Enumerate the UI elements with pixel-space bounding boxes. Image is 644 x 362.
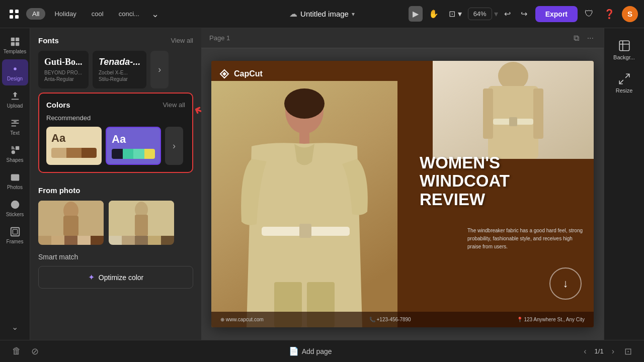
- prev-page-btn[interactable]: ‹: [580, 345, 590, 358]
- bottom-bar: 🗑 ⊘ 📄 Add page ‹ 1/1 › ⊡: [0, 340, 644, 362]
- tag-filter-group: All Holiday cool conci... ⌄: [26, 8, 162, 21]
- title-chevron-icon[interactable]: ▾: [352, 11, 355, 18]
- optimize-icon: ✦: [88, 273, 95, 282]
- user-avatar[interactable]: S: [622, 6, 638, 22]
- photo-palette-card-1[interactable]: [109, 201, 174, 245]
- sidebar-item-shapes[interactable]: Shapes: [2, 141, 28, 167]
- canvas-copy-icon[interactable]: ⧉: [572, 32, 581, 45]
- headline-text: WOMEN'S WINDCOATREVIEW: [420, 154, 586, 209]
- left-panel: Fonts View all Guti-Bo... BEYOND PRO... …: [30, 28, 201, 340]
- sidebar-collapse-btn[interactable]: ⌄: [8, 318, 22, 336]
- model-image: [211, 81, 397, 327]
- background-icon: [618, 39, 631, 52]
- zoom-btn[interactable]: 64%: [468, 8, 492, 20]
- right-panel-resize[interactable]: Resize: [607, 67, 641, 99]
- hand-tool-btn[interactable]: ✋: [425, 6, 443, 22]
- svg-point-19: [11, 201, 19, 209]
- document-title[interactable]: Untitled image: [300, 10, 349, 18]
- canvas-scroll[interactable]: CapCut WOMEN'S WINDCOATREVIEW The windbr…: [201, 48, 604, 340]
- svg-rect-13: [11, 126, 16, 127]
- bottom-trash-btn[interactable]: ⊘: [29, 344, 41, 359]
- colors-view-all[interactable]: View all: [163, 101, 185, 109]
- svg-rect-7: [15, 42, 19, 46]
- tag-holiday[interactable]: Holiday: [48, 8, 82, 20]
- svg-point-21: [16, 203, 17, 204]
- photo-palette-cards: [38, 201, 193, 245]
- bottom-right-nav: ‹ 1/1 › ⊡: [580, 344, 634, 359]
- photo-palette-card-0[interactable]: [38, 201, 104, 245]
- main-area: Templates Design Upload Text Shapes Phot…: [0, 28, 644, 340]
- sidebar-item-label: Frames: [7, 239, 24, 244]
- footer-bar: ⊕ www.capcut.com 📞 +123-456-7890 📍 123 A…: [211, 312, 594, 327]
- svg-rect-9: [11, 99, 19, 100]
- from-photo-title: From photo: [38, 186, 80, 195]
- shield-icon-btn[interactable]: 🛡: [582, 6, 597, 22]
- canvas-frame: CapCut WOMEN'S WINDCOATREVIEW The windbr…: [211, 61, 594, 327]
- sidebar-item-templates[interactable]: Templates: [2, 32, 28, 58]
- tag-cool[interactable]: cool: [86, 8, 110, 20]
- svg-rect-0: [10, 10, 13, 13]
- right-panel: Backgr... Resize: [604, 28, 644, 340]
- svg-rect-10: [11, 120, 19, 121]
- svg-rect-29: [135, 215, 148, 236]
- bottom-center-actions: 📄 Add page: [283, 343, 338, 359]
- next-page-btn[interactable]: ›: [608, 345, 618, 358]
- sidebar-item-upload[interactable]: Upload: [2, 86, 28, 113]
- svg-point-20: [13, 203, 14, 204]
- body-text: The windbreaker fabric has a good hard f…: [467, 227, 586, 251]
- svg-rect-12: [11, 123, 19, 124]
- fonts-view-all[interactable]: View all: [171, 37, 193, 44]
- export-button[interactable]: Export: [535, 6, 578, 22]
- sidebar-item-text[interactable]: Text: [2, 114, 28, 140]
- redo-btn[interactable]: ↪: [517, 6, 531, 22]
- palettes-more-btn[interactable]: ›: [165, 127, 183, 165]
- resize-icon: [618, 72, 631, 85]
- cloud-icon: ☁: [289, 9, 297, 19]
- document-title-area: ☁ Untitled image ▾: [289, 9, 355, 19]
- add-page-btn[interactable]: 📄 Add page: [283, 343, 338, 359]
- footer-website: ⊕ www.capcut.com: [220, 317, 264, 322]
- svg-point-8: [14, 67, 17, 70]
- tag-conci[interactable]: conci...: [113, 8, 145, 20]
- sidebar-item-stickers[interactable]: Stickers: [2, 195, 28, 221]
- svg-rect-4: [11, 38, 14, 41]
- tag-all[interactable]: All: [26, 8, 45, 20]
- add-page-icon: 📄: [289, 346, 299, 356]
- smart-match-title: Smart match: [38, 253, 193, 261]
- svg-rect-3: [15, 15, 19, 19]
- svg-point-39: [284, 88, 325, 119]
- fonts-more-btn[interactable]: ›: [150, 51, 169, 88]
- palette-colors-0: [51, 148, 97, 158]
- right-panel-background[interactable]: Backgr...: [607, 34, 641, 65]
- palette-card-1[interactable]: Aa: [106, 127, 161, 165]
- font-sub-1: Zocbel X-E... Stilu-Regular: [99, 69, 140, 82]
- font-card-1[interactable]: Tenada-... Zocbel X-E... Stilu-Regular: [93, 51, 146, 88]
- palette-colors-1: [112, 149, 155, 159]
- font-card-0[interactable]: Guti-Bo... BEYOND PRO... Anta-Regular: [38, 51, 89, 88]
- lock-btn[interactable]: ⊡: [622, 344, 634, 359]
- page-indicator: 1/1: [595, 347, 604, 355]
- right-panel-background-label: Backgr...: [613, 54, 635, 60]
- select-tool-btn[interactable]: ▶: [409, 6, 423, 22]
- sidebar-item-label: Text: [10, 130, 19, 136]
- svg-rect-26: [63, 216, 78, 236]
- sidebar-item-photos[interactable]: Photos: [2, 168, 28, 194]
- sidebar-item-design[interactable]: Design: [2, 59, 28, 85]
- top-right-image: [433, 61, 594, 159]
- palette-aa-0: Aa: [51, 132, 97, 145]
- tag-dropdown-btn[interactable]: ⌄: [148, 8, 162, 21]
- undo-btn[interactable]: ↩: [500, 6, 515, 22]
- fonts-section-title: Fonts: [38, 36, 59, 45]
- palette-card-0[interactable]: Aa: [46, 127, 102, 165]
- bottom-delete-btn[interactable]: 🗑: [10, 344, 23, 359]
- svg-rect-36: [509, 117, 517, 126]
- sidebar-item-label: Photos: [7, 185, 23, 190]
- app-logo[interactable]: [6, 6, 22, 22]
- help-icon-btn[interactable]: ❓: [601, 6, 618, 23]
- svg-marker-16: [11, 146, 15, 149]
- optimize-color-btn[interactable]: ✦ Optimize color: [38, 266, 193, 289]
- frame-tool-btn[interactable]: ⊡ ▾: [445, 6, 465, 22]
- svg-point-31: [498, 62, 528, 90]
- canvas-more-icon[interactable]: ···: [585, 32, 596, 45]
- sidebar-item-frames[interactable]: Frames: [2, 222, 28, 248]
